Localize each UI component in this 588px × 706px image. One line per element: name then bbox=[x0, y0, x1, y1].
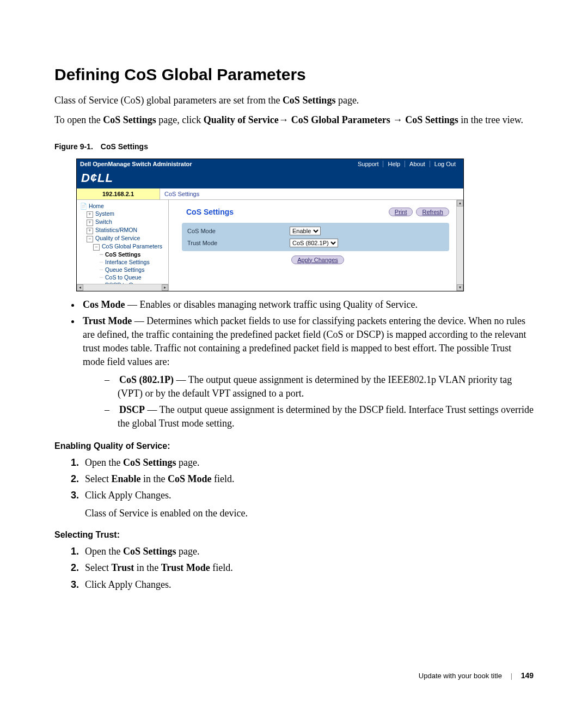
text-bold: Quality of Service bbox=[204, 114, 279, 125]
tree-label: Quality of Service bbox=[95, 235, 140, 241]
term: Trust Mode bbox=[83, 315, 132, 326]
arrow-icon: → bbox=[393, 114, 405, 125]
nav-tree[interactable]: 📄 Home +System +Switch +Statistics/RMON … bbox=[77, 200, 169, 291]
tree-system[interactable]: +System bbox=[87, 210, 166, 218]
text: page. bbox=[176, 457, 200, 468]
device-ip: 192.168.2.1 bbox=[77, 188, 160, 199]
tree-qos[interactable]: −Quality of Service −CoS Global Paramete… bbox=[87, 234, 166, 289]
list-item: DSCP — The output queue assignment is de… bbox=[105, 403, 534, 430]
definition: — Determines which packet fields to use … bbox=[83, 315, 526, 367]
content-vertical-scrollbar[interactable]: ▴ ▾ bbox=[456, 200, 463, 291]
step: Open the CoS Settings page. bbox=[82, 544, 534, 558]
text: page, click bbox=[156, 114, 204, 125]
dell-logo: D¢LL bbox=[81, 171, 113, 185]
link-logout[interactable]: Log Out bbox=[430, 161, 460, 167]
text: page. bbox=[176, 546, 200, 557]
text-bold: CoS Settings bbox=[283, 95, 336, 106]
list-item: CoS (802.1P) — The output queue assignme… bbox=[105, 373, 534, 400]
label-trust-mode: Trust Mode bbox=[185, 237, 287, 249]
tree-stats[interactable]: +Statistics/RMON bbox=[87, 226, 166, 234]
term: Cos Mode bbox=[83, 299, 125, 310]
text-bold: CoS Settings bbox=[405, 114, 458, 125]
link-help[interactable]: Help bbox=[383, 161, 405, 167]
text-bold: CoS Settings bbox=[123, 457, 176, 468]
expand-icon[interactable]: + bbox=[87, 220, 93, 226]
tree-label: Interface Settings bbox=[105, 259, 150, 265]
expand-icon[interactable]: + bbox=[87, 228, 93, 234]
step: Click Apply Changes. bbox=[82, 488, 534, 502]
tree-label: Queue Settings bbox=[105, 266, 144, 273]
step-result: Class of Service is enabled on the devic… bbox=[85, 508, 534, 519]
tree-interface-settings[interactable]: Interface Settings bbox=[100, 258, 166, 266]
select-cos-mode[interactable]: Enable bbox=[290, 227, 321, 235]
figure-caption: Figure 9-1.CoS Settings bbox=[54, 142, 534, 151]
collapse-icon[interactable]: − bbox=[93, 244, 100, 251]
tree-label: CoS Settings bbox=[105, 251, 140, 258]
tree-label: Home bbox=[89, 203, 104, 209]
app-titlebar: Dell OpenManage Switch Administrator Sup… bbox=[77, 159, 463, 169]
list-item: Cos Mode — Enables or disables managing … bbox=[81, 298, 534, 312]
print-button[interactable]: Print bbox=[389, 208, 413, 216]
subheading-select-trust: Selecting Trust: bbox=[54, 530, 534, 540]
tree-cos-to-queue[interactable]: CoS to Queue bbox=[100, 273, 166, 281]
app-title: Dell OpenManage Switch Administrator bbox=[80, 161, 192, 167]
logo-bar: D¢LL bbox=[77, 169, 463, 188]
tree-label: CoS Global Parameters bbox=[102, 243, 162, 249]
tree-home[interactable]: 📄 Home +System +Switch +Statistics/RMON … bbox=[80, 202, 166, 289]
term: DSCP bbox=[119, 404, 145, 415]
text: Click Apply Changes. bbox=[85, 579, 171, 590]
sublist: CoS (802.1P) — The output queue assignme… bbox=[83, 373, 534, 430]
panel-title: CoS Settings bbox=[186, 208, 234, 216]
section-heading: Defining CoS Global Parameters bbox=[54, 65, 534, 84]
footer-title: Update with your book title bbox=[419, 672, 502, 680]
text: field. bbox=[210, 562, 233, 573]
text: field. bbox=[212, 473, 235, 484]
text-bold: CoS Settings bbox=[103, 114, 156, 125]
select-trust-mode[interactable]: CoS (802.1P) bbox=[290, 239, 338, 247]
tree-horizontal-scrollbar[interactable]: ◂ ▸ bbox=[77, 284, 168, 291]
link-about[interactable]: About bbox=[405, 161, 430, 167]
step: Open the CoS Settings page. bbox=[82, 455, 534, 470]
text-bold: CoS Mode bbox=[168, 473, 212, 484]
tree-label: Statistics/RMON bbox=[95, 227, 137, 233]
intro-paragraph-1: Class of Service (CoS) global parameters… bbox=[54, 94, 534, 107]
tree-label: CoS to Queue bbox=[105, 274, 142, 281]
scroll-up-icon[interactable]: ▴ bbox=[457, 200, 463, 206]
refresh-button[interactable]: Refresh bbox=[416, 208, 449, 216]
text: Open the bbox=[85, 546, 123, 557]
text: in the bbox=[134, 562, 161, 573]
tree-switch[interactable]: +Switch bbox=[87, 218, 166, 226]
tree-label: System bbox=[95, 210, 114, 217]
tree-cos-global[interactable]: −CoS Global Parameters CoS Settings Inte… bbox=[93, 242, 166, 289]
step: Select Trust in the Trust Mode field. bbox=[82, 561, 534, 575]
figure-title: CoS Settings bbox=[101, 142, 148, 151]
text: To open the bbox=[54, 114, 103, 125]
text-bold: Enable bbox=[111, 473, 140, 484]
tree-queue-settings[interactable]: Queue Settings bbox=[100, 266, 166, 273]
breadcrumb-bar: 192.168.2.1 CoS Settings bbox=[77, 188, 463, 200]
apply-changes-button[interactable]: Apply Changes bbox=[291, 255, 344, 264]
text-bold: Trust Mode bbox=[161, 562, 210, 573]
page-footer: Update with your book title | 149 bbox=[419, 671, 534, 680]
definition-list: Cos Mode — Enables or disables managing … bbox=[54, 298, 534, 430]
form-row-cos-mode: CoS Mode Enable bbox=[185, 225, 446, 237]
list-item: Trust Mode — Determines which packet fie… bbox=[81, 314, 534, 430]
text: in the tree view. bbox=[458, 114, 523, 125]
scroll-down-icon[interactable]: ▾ bbox=[457, 284, 463, 291]
link-support[interactable]: Support bbox=[353, 161, 383, 167]
text: Select bbox=[85, 562, 111, 573]
expand-icon[interactable]: + bbox=[87, 211, 93, 218]
subheading-enable-qos: Enabling Quality of Service: bbox=[54, 441, 534, 451]
collapse-icon[interactable]: − bbox=[87, 236, 93, 242]
text: Click Apply Changes. bbox=[85, 490, 171, 501]
content-panel: CoS Settings Print Refresh CoS Mode Enab… bbox=[169, 200, 463, 291]
text: page. bbox=[335, 95, 359, 106]
text: Select bbox=[85, 473, 111, 484]
text-bold: CoS Global Parameters bbox=[291, 114, 393, 125]
scroll-right-icon[interactable]: ▸ bbox=[162, 284, 168, 291]
steps-select-trust: Open the CoS Settings page. Select Trust… bbox=[54, 544, 534, 591]
steps-enable-qos: Open the CoS Settings page. Select Enabl… bbox=[54, 455, 534, 502]
tree-cos-settings[interactable]: CoS Settings bbox=[100, 251, 166, 258]
page-number: 149 bbox=[521, 671, 534, 680]
scroll-left-icon[interactable]: ◂ bbox=[77, 284, 83, 291]
